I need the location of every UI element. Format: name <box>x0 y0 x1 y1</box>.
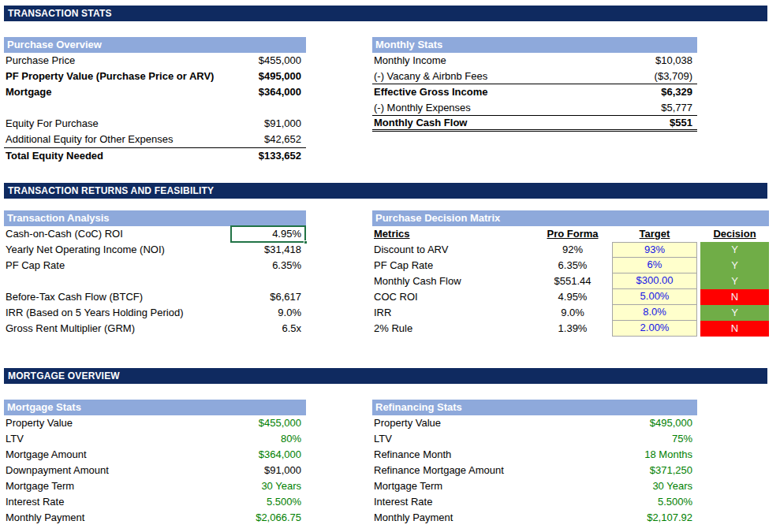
cell-value[interactable]: $10,038 <box>655 53 697 69</box>
row-refinance-month: Refinance Month 18 Months <box>372 447 697 463</box>
pro-forma-cell[interactable]: 9.0% <box>533 305 612 321</box>
row-label: Gross Rent Multiplier (GRM) <box>4 321 135 337</box>
row-label: Monthly Payment <box>4 510 84 526</box>
target-cell[interactable]: 6% <box>612 258 697 273</box>
matrix-row-irr: IRR 9.0% 8.0% Y <box>372 305 769 321</box>
fill-handle[interactable] <box>304 240 308 244</box>
row-label: Downpayment Amount <box>4 463 109 478</box>
cell-value[interactable]: $31,418 <box>264 242 306 258</box>
cell-value[interactable]: $91,000 <box>264 463 306 478</box>
row-ltv: LTV 80% <box>4 431 306 447</box>
section-mortgage-overview: Mortgage Stats Property Value $455,000 L… <box>4 400 780 526</box>
cell-value[interactable]: $495,000 <box>650 415 697 431</box>
target-cell[interactable]: 2.00% <box>612 321 697 337</box>
row-refi-monthly-payment: Monthly Payment $2,107.92 <box>372 510 697 526</box>
cell-value[interactable]: $455,000 <box>259 53 306 69</box>
cell-value[interactable]: 30 Years <box>652 478 697 494</box>
monthly-stats-panel: Monthly Stats Monthly Income $10,038 (-)… <box>372 37 697 132</box>
pro-forma-cell[interactable]: $551.44 <box>533 273 612 289</box>
row-label: Additional Equity for Other Expenses <box>4 132 173 147</box>
row-label: Monthly Cash Flow <box>372 116 467 129</box>
cell-value[interactable]: 9.0% <box>278 305 306 321</box>
row-label: Before-Tax Cash Flow (BTCF) <box>4 289 143 305</box>
decision-cell[interactable]: Y <box>700 305 769 321</box>
row-label: PF Property Value (Purchase Price or ARV… <box>4 69 214 84</box>
cell-value[interactable]: $5,777 <box>661 100 697 115</box>
selected-cell[interactable]: 4.95% <box>230 225 306 243</box>
cell-value[interactable]: $495,000 <box>259 69 306 84</box>
cell-value[interactable]: ($3,709) <box>655 69 697 84</box>
cell-value[interactable]: $6,329 <box>661 84 697 100</box>
row-label: LTV <box>4 431 24 447</box>
row-label: Property Value <box>372 415 441 431</box>
cell-value[interactable]: 30 Years <box>261 478 306 494</box>
row-label: Monthly Income <box>372 53 446 69</box>
target-cell[interactable]: 8.0% <box>612 305 697 321</box>
cell-value[interactable]: $133,652 <box>259 148 306 163</box>
cell-value[interactable]: $371,250 <box>650 463 697 478</box>
cell-value[interactable]: $42,652 <box>264 132 306 147</box>
decision-cell[interactable]: N <box>700 289 769 305</box>
spreadsheet: TRANSACTION STATS Purchase Overview Purc… <box>0 0 780 532</box>
blank-row <box>4 100 306 116</box>
matrix-row-discount-to-arv: Discount to ARV 92% 93% Y <box>372 242 769 258</box>
cell-value[interactable]: $455,000 <box>259 415 306 431</box>
cell-value[interactable]: 4.95% <box>272 226 301 242</box>
decision-cell[interactable]: N <box>700 321 769 337</box>
row-additional-equity: Additional Equity for Other Expenses $42… <box>4 132 306 147</box>
row-label: Cash-on-Cash (CoC) ROI <box>4 226 123 242</box>
column-header-target: Target <box>612 226 697 242</box>
row-mortgage-term: Mortgage Term 30 Years <box>4 478 306 494</box>
column-header-metrics: Metrics <box>372 226 533 242</box>
cell-value[interactable]: $2,066.75 <box>256 510 306 526</box>
row-label: Mortgage Term <box>372 478 442 494</box>
cell-value[interactable]: 75% <box>672 431 697 447</box>
target-cell[interactable]: $300.00 <box>612 273 697 289</box>
row-before-tax-cash-flow: Before-Tax Cash Flow (BTCF) $6,617 <box>4 289 306 305</box>
pro-forma-cell[interactable]: 4.95% <box>533 289 612 305</box>
cell-value[interactable]: $364,000 <box>259 84 306 100</box>
section-transaction-stats: Purchase Overview Purchase Price $455,00… <box>4 37 780 163</box>
row-property-value: Property Value $455,000 <box>4 415 306 431</box>
decision-cell[interactable]: Y <box>700 258 769 273</box>
target-cell[interactable]: 93% <box>612 242 697 258</box>
matrix-row-pf-cap-rate: PF Cap Rate 6.35% 6% Y <box>372 258 769 273</box>
cell-value[interactable]: 5.500% <box>658 494 697 510</box>
row-label: IRR (Based on 5 Years Holding Period) <box>4 305 183 321</box>
cell-value[interactable]: 80% <box>281 431 306 447</box>
cell-value[interactable]: 18 Months <box>644 447 697 463</box>
cell-value[interactable]: $91,000 <box>264 116 306 132</box>
decision-cell[interactable]: Y <box>700 242 769 258</box>
cell-value[interactable]: 5.500% <box>267 494 306 510</box>
row-monthly-expenses: (-) Monthly Expenses $5,777 <box>372 100 697 116</box>
cell-value[interactable]: $364,000 <box>259 447 306 463</box>
banner-mortgage-overview: MORTGAGE OVERVIEW <box>4 368 767 384</box>
pro-forma-cell[interactable]: 6.35% <box>533 258 612 273</box>
matrix-column-headers: Metrics Pro Forma Target Decision <box>372 226 769 242</box>
target-cell[interactable]: 5.00% <box>612 289 697 305</box>
blank-row <box>4 273 306 289</box>
row-equity-for-purchase: Equity For Purchase $91,000 <box>4 116 306 132</box>
decision-cell[interactable]: Y <box>700 273 769 289</box>
cell-value[interactable]: 6.5x <box>282 321 306 337</box>
transaction-analysis-panel: Transaction Analysis Cash-on-Cash (CoC) … <box>4 210 306 337</box>
cell-value[interactable]: 6.35% <box>272 258 306 273</box>
row-yearly-noi: Yearly Net Operating Income (NOI) $31,41… <box>4 242 306 258</box>
banner-transaction-stats: TRANSACTION STATS <box>4 6 767 21</box>
cell-value[interactable]: $2,107.92 <box>647 510 697 526</box>
row-label: (-) Monthly Expenses <box>372 100 471 115</box>
row-label: Mortgage Amount <box>4 447 87 463</box>
pro-forma-cell[interactable]: 1.39% <box>533 321 612 337</box>
pro-forma-cell[interactable]: 92% <box>533 242 612 258</box>
matrix-row-coc-roi: COC ROI 4.95% 5.00% N <box>372 289 769 305</box>
row-mortgage: Mortgage $364,000 <box>4 84 306 100</box>
metric-label: 2% Rule <box>372 321 533 337</box>
row-label: Equity For Purchase <box>4 116 99 132</box>
row-gross-rent-multiplier: Gross Rent Multiplier (GRM) 6.5x <box>4 321 306 337</box>
cell-value[interactable]: $6,617 <box>270 289 306 305</box>
row-label: LTV <box>372 431 392 447</box>
purchase-overview-panel: Purchase Overview Purchase Price $455,00… <box>4 37 306 163</box>
cell-value[interactable]: $551 <box>670 116 697 129</box>
row-irr: IRR (Based on 5 Years Holding Period) 9.… <box>4 305 306 321</box>
metric-label: IRR <box>372 305 533 321</box>
